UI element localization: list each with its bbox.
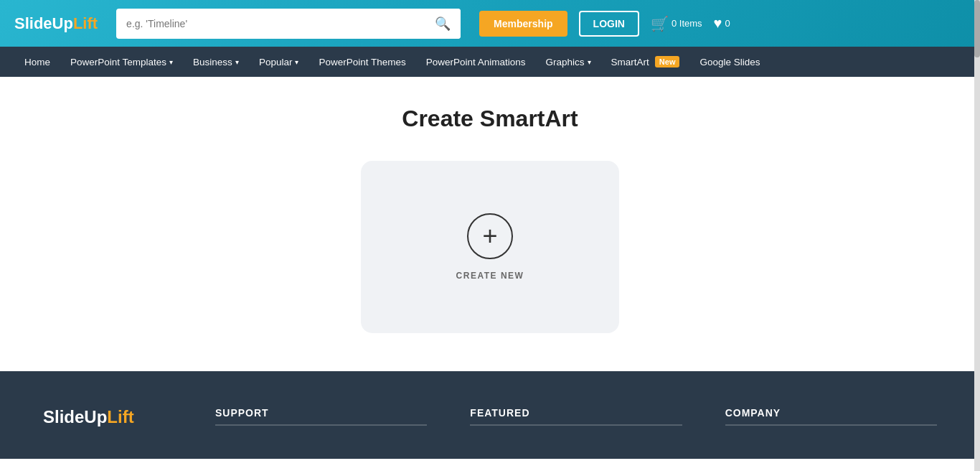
wishlist-icon[interactable]: ♥ 0 [714,15,730,32]
nav-item-powerpoint-themes[interactable]: PowerPoint Themes [308,47,415,77]
nav-item-powerpoint-animations[interactable]: PowerPoint Animations [416,47,536,77]
create-new-card[interactable]: + CREATE NEW [361,161,619,333]
nav-item-popular[interactable]: Popular ▾ [249,47,309,77]
cart-count: 0 Items [672,18,702,29]
footer-logo: SlideUpLift [43,407,172,437]
nav-item-home[interactable]: Home [14,47,60,77]
chevron-down-icon: ▾ [169,58,173,66]
nav-item-graphics[interactable]: Graphics ▾ [536,47,601,77]
chevron-down-icon: ▾ [235,58,239,66]
nav-item-powerpoint-templates[interactable]: PowerPoint Templates ▾ [60,47,183,77]
membership-button[interactable]: Membership [479,11,567,37]
header-icons: 🛒 0 Items ♥ 0 [651,15,730,32]
new-badge: New [655,56,680,67]
header: SlideUpLift 🔍 Membership LOGIN 🛒 0 Items… [0,0,980,47]
scrollbar-thumb[interactable] [974,0,980,57]
footer-featured-title: FEATURED [470,407,682,426]
plus-icon: + [467,213,513,259]
logo[interactable]: SlideUpLift [14,14,98,33]
login-button[interactable]: LOGIN [579,11,639,37]
page-title: Create SmartArt [402,106,578,132]
nav-item-smartart[interactable]: SmartArt New [601,47,690,77]
footer-col-company: COMPANY [725,407,937,437]
search-input[interactable] [116,11,425,37]
footer-col-featured: FEATURED [470,407,682,437]
scrollbar[interactable] [974,0,980,459]
footer: SlideUpLift SUPPORT FEATURED COMPANY [0,371,980,459]
search-bar: 🔍 [116,9,461,39]
footer-col-support: SUPPORT [215,407,427,437]
search-button[interactable]: 🔍 [425,9,461,39]
main-content: Create SmartArt + CREATE NEW [0,77,980,371]
footer-support-title: SUPPORT [215,407,427,426]
create-new-label: CREATE NEW [456,271,524,281]
chevron-down-icon: ▾ [295,58,298,66]
cart-icon[interactable]: 🛒 0 Items [651,15,702,32]
main-nav: Home PowerPoint Templates ▾ Business ▾ P… [0,47,980,77]
nav-item-google-slides[interactable]: Google Slides [689,47,770,77]
chevron-down-icon: ▾ [588,58,591,66]
wishlist-count: 0 [725,18,730,29]
footer-company-title: COMPANY [725,407,937,426]
nav-item-business[interactable]: Business ▾ [183,47,249,77]
